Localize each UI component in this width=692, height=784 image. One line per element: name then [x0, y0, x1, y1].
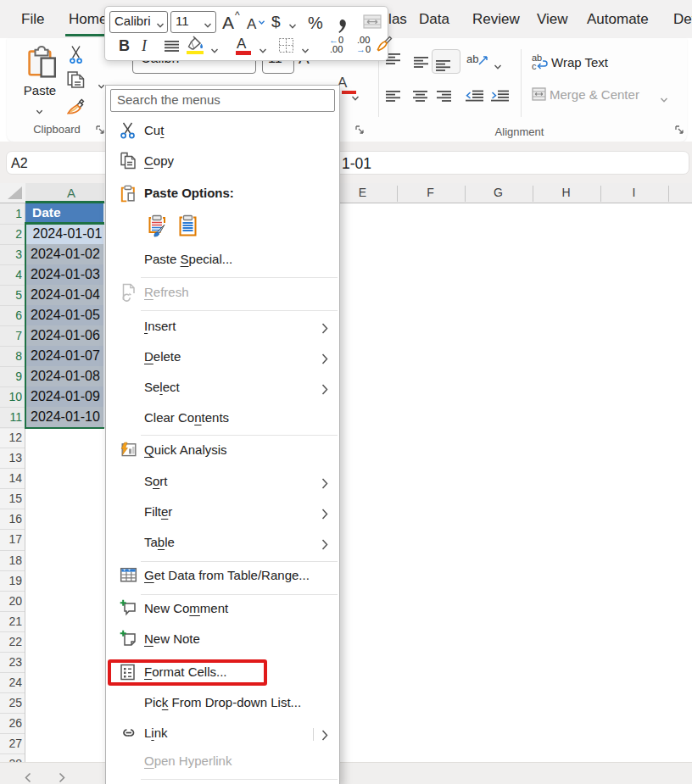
svg-text:c: c — [532, 61, 537, 70]
